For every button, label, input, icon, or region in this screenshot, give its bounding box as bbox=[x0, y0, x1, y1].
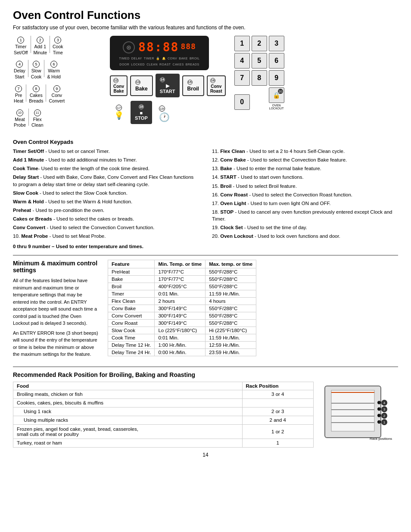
num-9[interactable]: 9 bbox=[269, 70, 284, 86]
keypad-8[interactable]: 8 CakesBreads bbox=[28, 84, 44, 105]
start-button[interactable]: 14▶START bbox=[156, 74, 180, 97]
function-buttons-row2: 17 💡 18■STOP 19 🕐 bbox=[110, 101, 226, 124]
table-row: Slow CookLo (225°F/180°C)Hi (225°F/180°C… bbox=[108, 327, 256, 334]
oven-lockout-button[interactable]: 🔒 20 OVENLOCKOUT bbox=[269, 87, 284, 110]
num-0[interactable]: 0 bbox=[234, 94, 250, 110]
keypad-2[interactable]: 2 Add 1Minute bbox=[33, 36, 48, 56]
num-1[interactable]: 1 bbox=[234, 36, 250, 51]
svg-text:4: 4 bbox=[383, 401, 386, 405]
keypad-7[interactable]: 7 PreHeat bbox=[13, 84, 24, 105]
broil-button[interactable]: 15Broil bbox=[182, 75, 204, 96]
table-row: Conv Bake300°F/149°C550°F/288°C bbox=[108, 305, 256, 312]
min-max-title: Minimum & maximum control settings bbox=[13, 260, 99, 274]
svg-text:2: 2 bbox=[383, 414, 386, 418]
list-item: Add 1 Minute - Used to add additional mi… bbox=[13, 156, 199, 163]
min-max-description: Minimum & maximum control settings All o… bbox=[13, 260, 99, 361]
num-5[interactable]: 5 bbox=[252, 53, 267, 68]
table-row: Turkey, roast or ham1 bbox=[13, 439, 314, 447]
rack-area: Food Rack Position Broiling meats, chick… bbox=[13, 382, 398, 448]
numpad-area: 1 2 3 4 5 6 7 8 9 0 🔒 20 OVENLOCKOUT bbox=[234, 36, 284, 110]
table-row: Cook Time0:01 Min.11:59 Hr./Min. bbox=[108, 334, 256, 342]
keypad-6[interactable]: 6 Warm& Hold bbox=[46, 60, 62, 81]
conv-bake-button[interactable]: 12ConvBake bbox=[110, 75, 128, 96]
min-max-table: Feature Min. Temp. or time Max. temp. or… bbox=[108, 260, 256, 356]
conv-roast-button[interactable]: 16ConvRoast bbox=[207, 75, 226, 96]
min-max-table-wrapper: Feature Min. Temp. or time Max. temp. or… bbox=[108, 260, 398, 361]
keypads-desc-title: Oven Control Keypads bbox=[13, 139, 398, 145]
number-note: 0 thru 9 number – Used to enter temperat… bbox=[13, 244, 398, 249]
table-row: Conv Convert300°F/149°C550°F/288°C bbox=[108, 312, 256, 320]
svg-text:1: 1 bbox=[383, 420, 386, 424]
list-item: Delay Start - Used with Bake, Conv Bake,… bbox=[13, 174, 199, 187]
display-status-row2: DOOR LOCKED CLEAN ROAST CAKES BREADS bbox=[119, 63, 199, 66]
col-max: Max. temp. or time bbox=[206, 260, 256, 268]
list-item: Timer Set/Off - Used to set or cancel Ti… bbox=[13, 148, 199, 155]
table-row: Conv Roast300°F/149°C550°F/288°C bbox=[108, 320, 256, 327]
list-item: Preheat - Used to pre-condition the oven… bbox=[13, 207, 199, 214]
display-temp: 888 bbox=[181, 42, 196, 51]
col-min: Min. Temp. or time bbox=[155, 260, 206, 268]
list-item: 15. Broil - Used to select Broil feature… bbox=[212, 183, 398, 190]
min-max-desc2: An ENTRY ERROR tone (3 short beeps) will… bbox=[13, 330, 99, 358]
display-time: 88:88 bbox=[138, 40, 179, 54]
num-6[interactable]: 6 bbox=[269, 53, 284, 68]
list-item: 13. Bake - Used to enter the normal bake… bbox=[212, 165, 398, 172]
table-row: Flex Clean2 hours4 hours bbox=[108, 298, 256, 305]
keypads-description: Oven Control Keypads Timer Set/Off - Use… bbox=[13, 139, 398, 249]
table-row: Using multiple racks2 and 4 bbox=[13, 416, 314, 424]
fan-icon: ⊛ bbox=[123, 41, 135, 53]
list-item: 19. Clock Set - Used to set the time of … bbox=[212, 224, 398, 231]
list-item: 14. START - Used to start oven functions… bbox=[212, 174, 398, 180]
svg-text:3: 3 bbox=[383, 408, 386, 411]
list-item: Slow Cook - Used to select the Slow Cook… bbox=[13, 190, 199, 196]
list-item: 20. Oven Lockout - Used to lock oven fun… bbox=[212, 233, 398, 240]
table-row: Cookies, cakes, pies, biscuits & muffins bbox=[13, 398, 314, 407]
keypad-1[interactable]: 1 TimerSet/Off bbox=[13, 36, 29, 56]
min-max-section: Minimum & maximum control settings All o… bbox=[13, 255, 398, 361]
table-row: Bake170°F/77°C550°F/288°C bbox=[108, 276, 256, 283]
table-row: Using 1 rack2 or 3 bbox=[13, 407, 314, 416]
keypads-grid: 1 TimerSet/Off 2 Add 1Minute 3 CookTime … bbox=[13, 36, 106, 133]
keypad-10[interactable]: 10 MeatProbe bbox=[13, 109, 27, 129]
lockout-num: 20 bbox=[278, 89, 283, 94]
num-7[interactable]: 7 bbox=[234, 70, 250, 86]
list-item: 16. Conv Roast - Used to select the Conv… bbox=[212, 191, 398, 198]
rack-section: Recommended Rack Position for Broiling, … bbox=[13, 367, 398, 448]
list-item: 18. STOP - Used to cancel any oven funct… bbox=[212, 208, 398, 222]
list-item: 11. Flex Clean - Used to set a 2 to 4 ho… bbox=[212, 148, 398, 155]
list-item: Cook Time- Used to enter the length of t… bbox=[13, 165, 199, 172]
rack-table: Food Rack Position Broiling meats, chick… bbox=[13, 382, 314, 448]
num-8[interactable]: 8 bbox=[252, 70, 267, 86]
display-and-buttons: ⊛ 88:88 888 TIMED DELAY TIMER 🔒 🔔 CONV B… bbox=[110, 36, 226, 124]
num-4[interactable]: 4 bbox=[234, 53, 250, 68]
keypad-11[interactable]: 11 FlexClean bbox=[31, 109, 44, 129]
intro-text: For satisfactory use of your oven, becom… bbox=[13, 25, 398, 31]
page-title: Oven Control Functions bbox=[13, 9, 398, 22]
keypads-list-left: Timer Set/Off - Used to set or cancel Ti… bbox=[13, 148, 199, 241]
rack-col-position: Rack Position bbox=[242, 382, 313, 390]
keypad-5[interactable]: 5 SlowCook bbox=[30, 60, 43, 81]
function-buttons-row1: 12ConvBake 13Bake 14▶START 15Broil 16Con… bbox=[110, 74, 226, 97]
clock-button[interactable]: 19 🕐 bbox=[159, 103, 170, 122]
table-row: PreHeat170°F/77°C550°F/288°C bbox=[108, 268, 256, 276]
svg-rect-1 bbox=[331, 390, 374, 431]
light-button[interactable]: 17 💡 bbox=[114, 105, 124, 120]
col-feature: Feature bbox=[108, 260, 155, 268]
num-2[interactable]: 2 bbox=[252, 36, 267, 51]
table-row: Frozen pies, angel food cake, yeast, bre… bbox=[13, 424, 314, 439]
rack-col-food: Food bbox=[13, 382, 243, 390]
min-max-desc1: All of the features listed below have mi… bbox=[13, 277, 99, 327]
rack-svg: ➊ 4 ➋ 3 ➌ 2 ➍ 1 4 3 2 1 Rack positions bbox=[321, 382, 398, 446]
bake-button[interactable]: 13Bake bbox=[130, 75, 153, 96]
keypads-list: Timer Set/Off - Used to set or cancel Ti… bbox=[13, 148, 398, 241]
keypad-4[interactable]: 4 DelayStart bbox=[13, 60, 26, 81]
control-area: 1 TimerSet/Off 2 Add 1Minute 3 CookTime … bbox=[13, 36, 398, 133]
keypad-3[interactable]: 3 CookTime bbox=[52, 36, 64, 56]
list-item: Warm & Hold - Used to set the Warm & Hol… bbox=[13, 198, 199, 205]
stop-button[interactable]: 18■STOP bbox=[131, 101, 152, 124]
rack-title: Recommended Rack Position for Broiling, … bbox=[13, 371, 398, 378]
table-row: Broil400°F/205°C550°F/288°C bbox=[108, 283, 256, 290]
display-status-row: TIMED DELAY TIMER 🔒 🔔 CONV BAKE BROIL bbox=[119, 57, 200, 60]
num-3[interactable]: 3 bbox=[269, 36, 284, 51]
keypad-9[interactable]: 9 ConvConvert bbox=[48, 84, 65, 105]
